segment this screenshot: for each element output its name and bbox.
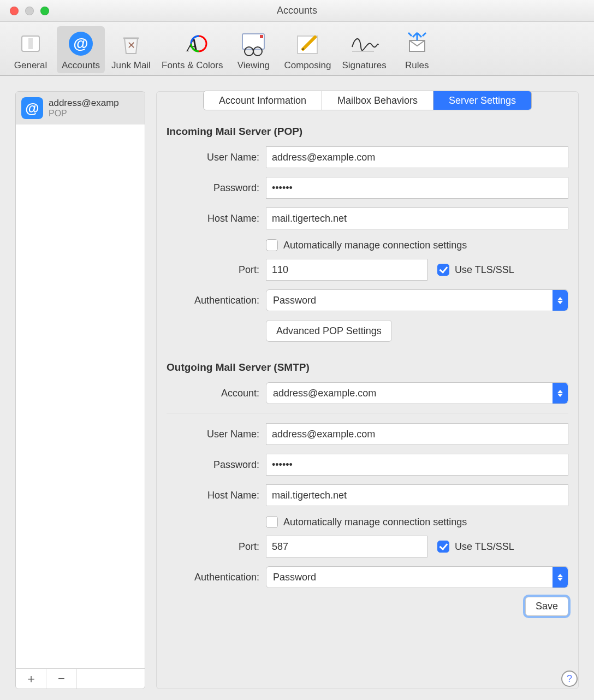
preferences-window: Accounts General @ Accounts ✕ Junk Mail …	[0, 0, 594, 700]
outgoing-username-input[interactable]	[266, 423, 568, 445]
tab-mailbox-behaviors[interactable]: Mailbox Behaviors	[322, 91, 433, 110]
svg-text:@: @	[73, 35, 88, 52]
toolbar-rules[interactable]: Rules	[393, 26, 441, 73]
svg-rect-10	[260, 35, 263, 38]
outgoing-host-label: Host Name:	[167, 490, 259, 501]
advanced-pop-settings-button[interactable]: Advanced POP Settings	[266, 320, 392, 342]
preferences-toolbar: General @ Accounts ✕ Junk Mail A Fonts &…	[0, 22, 594, 76]
rules-icon	[402, 28, 432, 59]
incoming-auto-checkbox[interactable]	[266, 239, 278, 251]
incoming-auto-label: Automatically manage connection settings	[283, 240, 467, 251]
toolbar-fonts-colors[interactable]: A Fonts & Colors	[157, 26, 227, 73]
switch-icon	[15, 28, 46, 59]
account-text: address@examp POP	[49, 98, 119, 118]
minimize-window-button[interactable]	[25, 7, 34, 15]
outgoing-host-input[interactable]	[266, 484, 568, 506]
outgoing-account-label: Account:	[167, 388, 259, 399]
help-button[interactable]: ?	[561, 671, 578, 687]
toolbar-junk-mail[interactable]: ✕ Junk Mail	[107, 26, 155, 73]
accounts-sidebar: @ address@examp POP ＋ −	[15, 91, 145, 689]
toolbar-rules-label: Rules	[405, 60, 429, 71]
zoom-window-button[interactable]	[40, 7, 49, 15]
toolbar-general[interactable]: General	[7, 26, 55, 73]
save-button[interactable]: Save	[525, 597, 568, 616]
close-window-button[interactable]	[10, 7, 19, 15]
toolbar-junk-label: Junk Mail	[111, 60, 151, 71]
outgoing-port-label: Port:	[167, 541, 259, 553]
incoming-auth-value: Password	[273, 295, 316, 306]
tab-server-settings[interactable]: Server Settings	[433, 91, 531, 110]
svg-text:✕: ✕	[127, 40, 135, 51]
outgoing-auto-checkbox[interactable]	[266, 516, 278, 528]
outgoing-tls-checkbox[interactable]	[437, 541, 449, 553]
add-account-button[interactable]: ＋	[16, 669, 46, 689]
incoming-username-label: User Name:	[167, 152, 259, 163]
outgoing-port-input[interactable]	[266, 536, 427, 557]
sidebar-spacer	[77, 669, 145, 689]
chevron-updown-icon	[553, 290, 568, 311]
toolbar-signatures-label: Signatures	[342, 60, 386, 71]
account-row[interactable]: @ address@examp POP	[16, 92, 145, 124]
outgoing-auto-label: Automatically manage connection settings	[283, 517, 467, 528]
toolbar-signatures[interactable]: Signatures	[337, 26, 390, 73]
outgoing-auth-select[interactable]: Password	[266, 566, 568, 588]
tab-bar: Account Information Mailbox Behaviors Se…	[167, 91, 568, 110]
accounts-list[interactable]: @ address@examp POP	[15, 91, 145, 668]
incoming-port-label: Port:	[167, 264, 259, 276]
outgoing-auth-label: Authentication:	[167, 572, 259, 583]
outgoing-heading: Outgoing Mail Server (SMTP)	[167, 361, 568, 373]
incoming-host-input[interactable]	[266, 207, 568, 229]
toolbar-accounts[interactable]: @ Accounts	[57, 26, 105, 73]
incoming-host-label: Host Name:	[167, 213, 259, 224]
incoming-auth-label: Authentication:	[167, 295, 259, 306]
settings-panel: Account Information Mailbox Behaviors Se…	[156, 91, 579, 689]
content-area: @ address@examp POP ＋ − Account Informat…	[0, 76, 594, 700]
outgoing-auth-value: Password	[273, 572, 316, 583]
chevron-updown-icon	[553, 567, 568, 588]
account-name: address@examp	[49, 98, 119, 109]
outgoing-account-value: address@example.com	[273, 388, 376, 399]
fonts-colors-icon: A	[177, 28, 207, 59]
window-controls	[10, 7, 49, 15]
toolbar-fonts-label: Fonts & Colors	[162, 60, 223, 71]
divider	[167, 413, 568, 413]
outgoing-username-label: User Name:	[167, 429, 259, 440]
incoming-password-label: Password:	[167, 182, 259, 194]
incoming-username-input[interactable]	[266, 146, 568, 168]
incoming-auth-select[interactable]: Password	[266, 289, 568, 311]
sidebar-controls: ＋ −	[15, 668, 145, 689]
toolbar-viewing-label: Viewing	[237, 60, 270, 71]
incoming-port-input[interactable]	[266, 259, 427, 281]
incoming-password-input[interactable]	[266, 177, 568, 199]
titlebar: Accounts	[0, 0, 594, 22]
remove-account-button[interactable]: −	[46, 669, 77, 689]
toolbar-viewing[interactable]: Viewing	[229, 26, 277, 73]
toolbar-composing-label: Composing	[284, 60, 331, 71]
toolbar-general-label: General	[14, 60, 47, 71]
window-title: Accounts	[0, 5, 594, 16]
outgoing-tls-label: Use TLS/SSL	[455, 541, 514, 553]
trash-icon: ✕	[116, 28, 146, 59]
signature-icon	[349, 28, 379, 59]
at-icon: @	[66, 28, 96, 59]
outgoing-password-label: Password:	[167, 459, 259, 471]
incoming-tls-label: Use TLS/SSL	[455, 264, 514, 276]
pencil-icon	[292, 28, 323, 59]
outgoing-password-input[interactable]	[266, 454, 568, 476]
incoming-tls-checkbox[interactable]	[437, 264, 449, 276]
incoming-heading: Incoming Mail Server (POP)	[167, 126, 568, 138]
toolbar-composing[interactable]: Composing	[280, 26, 335, 73]
outgoing-account-select[interactable]: address@example.com	[266, 382, 568, 404]
glasses-icon	[238, 28, 269, 59]
toolbar-accounts-label: Accounts	[62, 60, 100, 71]
at-icon: @	[21, 97, 43, 119]
tab-account-information[interactable]: Account Information	[204, 91, 322, 110]
chevron-updown-icon	[553, 383, 568, 404]
tab-segment: Account Information Mailbox Behaviors Se…	[203, 91, 532, 110]
svg-rect-1	[28, 38, 33, 49]
account-type: POP	[49, 109, 119, 118]
